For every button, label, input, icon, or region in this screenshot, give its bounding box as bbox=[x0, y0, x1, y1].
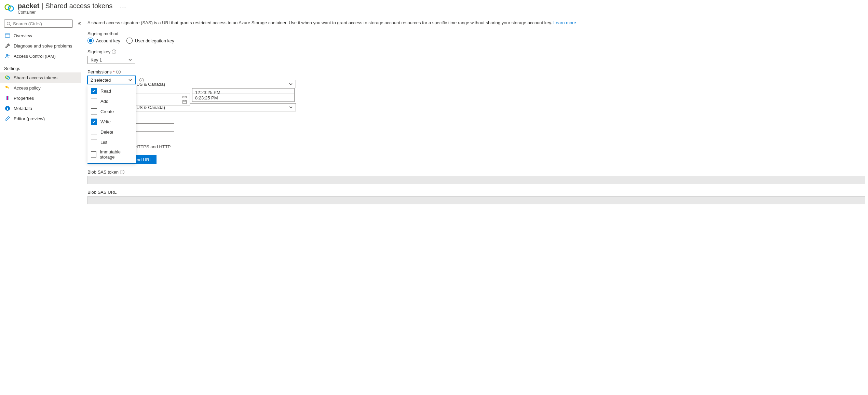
time-value: 8:23:25 PM bbox=[195, 95, 218, 100]
permissions-dropdown: ReadAddCreateWriteDeleteListImmutable st… bbox=[87, 84, 136, 163]
edit-icon bbox=[5, 116, 10, 121]
select-value: Key 1 bbox=[91, 57, 102, 63]
learn-more-link[interactable]: Learn more bbox=[553, 20, 576, 25]
svg-rect-4 bbox=[5, 34, 10, 37]
svg-line-3 bbox=[10, 24, 11, 25]
field-blob-sas-token: Blob SAS token i bbox=[87, 169, 865, 184]
info-icon[interactable]: i bbox=[120, 170, 124, 174]
permissions-select[interactable]: 2 selected ReadAddCreateWriteDeleteListI… bbox=[87, 76, 135, 84]
field-expiry: 8:23:25 PM (US & Canada) bbox=[87, 94, 865, 111]
perm-option[interactable]: Add bbox=[87, 96, 136, 106]
select-value: 2 selected bbox=[91, 78, 111, 83]
svg-point-7 bbox=[8, 55, 9, 56]
sidebar-item-label: Metadata bbox=[14, 106, 32, 111]
sidebar-item-label: Shared access tokens bbox=[14, 75, 57, 80]
svg-rect-17 bbox=[7, 108, 8, 110]
checkbox[interactable] bbox=[91, 119, 97, 125]
perm-option[interactable]: Create bbox=[87, 106, 136, 117]
sidebar-group-settings: Settings bbox=[0, 63, 81, 72]
page-title: Shared access tokens bbox=[45, 2, 113, 10]
sidebar-item-metadata[interactable]: Metadata bbox=[0, 103, 81, 113]
chevron-down-icon bbox=[128, 78, 132, 82]
svg-rect-13 bbox=[6, 96, 6, 100]
perm-option-label: Delete bbox=[100, 130, 113, 135]
svg-point-6 bbox=[6, 54, 8, 56]
sidebar: Overview Diagnose and solve problems Acc… bbox=[0, 17, 81, 217]
sidebar-item-iam[interactable]: Access Control (IAM) bbox=[0, 51, 81, 61]
main-content: A shared access signature (SAS) is a URI… bbox=[81, 17, 868, 217]
sidebar-item-properties[interactable]: Properties bbox=[0, 93, 81, 103]
checkbox[interactable] bbox=[91, 88, 97, 94]
perm-option[interactable]: Read bbox=[87, 86, 136, 96]
blob-sas-url-output[interactable] bbox=[87, 196, 865, 204]
info-icon[interactable]: i bbox=[112, 50, 116, 54]
title-separator: | bbox=[41, 2, 43, 10]
field-blob-sas-url: Blob SAS URL bbox=[87, 190, 865, 204]
info-icon bbox=[5, 106, 10, 111]
perm-option[interactable]: Immutable storage bbox=[87, 147, 136, 162]
field-signing-key: Signing key i Key 1 bbox=[87, 49, 865, 64]
sidebar-search[interactable] bbox=[4, 19, 73, 28]
sidebar-item-diagnose[interactable]: Diagnose and solve problems bbox=[0, 41, 81, 51]
field-allowed-ip: Allowed IP addresses i bbox=[87, 117, 865, 132]
required-marker: * bbox=[113, 69, 115, 74]
info-icon[interactable]: i bbox=[116, 70, 121, 74]
container-icon bbox=[4, 3, 14, 13]
blob-sas-token-output[interactable] bbox=[87, 176, 865, 184]
sidebar-item-label: Access Control (IAM) bbox=[14, 54, 56, 59]
checkbox[interactable] bbox=[91, 108, 97, 114]
sidebar-item-label: Editor (preview) bbox=[14, 116, 45, 121]
sidebar-item-overview[interactable]: Overview bbox=[0, 30, 81, 41]
expiry-time-input[interactable]: 8:23:25 PM bbox=[192, 94, 295, 102]
checkbox[interactable] bbox=[91, 98, 97, 104]
resource-name: packet bbox=[18, 2, 39, 10]
chevron-down-icon bbox=[289, 105, 293, 109]
people-icon bbox=[5, 53, 10, 59]
signing-key-select[interactable]: Key 1 bbox=[87, 56, 135, 64]
checkbox[interactable] bbox=[91, 139, 97, 145]
perm-option-label: List bbox=[100, 140, 107, 145]
field-timezone-start: (US & Canada) bbox=[87, 80, 865, 88]
blob-sas-token-label: Blob SAS token bbox=[87, 169, 119, 175]
overview-icon bbox=[5, 33, 10, 38]
intro-body: A shared access signature (SAS) is a URI… bbox=[87, 20, 552, 25]
radio-label: Account key bbox=[96, 38, 120, 43]
more-actions-button[interactable]: ··· bbox=[119, 3, 127, 11]
key-icon bbox=[5, 85, 10, 91]
radio-user-delegation[interactable]: User delegation key bbox=[126, 38, 174, 44]
svg-rect-11 bbox=[7, 87, 9, 88]
perm-option[interactable]: Write bbox=[87, 117, 136, 127]
sidebar-item-label: Access policy bbox=[14, 85, 41, 91]
sidebar-item-sas-tokens[interactable]: Shared access tokens bbox=[0, 72, 81, 83]
radio-label: User delegation key bbox=[135, 38, 174, 43]
field-allowed-protocols: Allowed protocols i HTTPS only HTTPS and… bbox=[87, 137, 865, 150]
radio-label: HTTPS and HTTP bbox=[135, 144, 171, 149]
radio-account-key[interactable]: Account key bbox=[87, 38, 120, 44]
perm-option[interactable]: Delete bbox=[87, 127, 136, 137]
chevron-down-icon bbox=[289, 82, 293, 86]
checkbox[interactable] bbox=[91, 129, 97, 135]
sidebar-item-editor[interactable]: Editor (preview) bbox=[0, 113, 81, 124]
permissions-label: Permissions bbox=[87, 69, 112, 74]
properties-icon bbox=[5, 95, 10, 101]
perm-option[interactable]: List bbox=[87, 137, 136, 147]
svg-point-2 bbox=[7, 22, 10, 25]
signing-method-label: Signing method bbox=[87, 31, 865, 36]
signing-key-label: Signing key bbox=[87, 49, 110, 54]
field-signing-method: Signing method Account key User delegati… bbox=[87, 31, 865, 44]
sidebar-item-access-policy[interactable]: Access policy bbox=[0, 83, 81, 93]
checkbox[interactable] bbox=[91, 151, 96, 158]
search-icon bbox=[6, 22, 11, 26]
perm-option-label: Add bbox=[100, 99, 108, 104]
perm-option-label: Create bbox=[100, 109, 114, 114]
svg-rect-12 bbox=[9, 88, 9, 89]
wrench-icon bbox=[5, 43, 10, 49]
page-header: packet | Shared access tokens ··· Contai… bbox=[0, 0, 868, 17]
svg-point-18 bbox=[7, 107, 8, 107]
svg-point-1 bbox=[8, 6, 13, 11]
field-generate: Generate SAS token and URL bbox=[87, 155, 865, 164]
search-input[interactable] bbox=[13, 21, 70, 26]
sidebar-item-label: Properties bbox=[14, 96, 34, 101]
sidebar-item-label: Diagnose and solve problems bbox=[14, 43, 72, 49]
perm-option-label: Write bbox=[100, 119, 111, 124]
